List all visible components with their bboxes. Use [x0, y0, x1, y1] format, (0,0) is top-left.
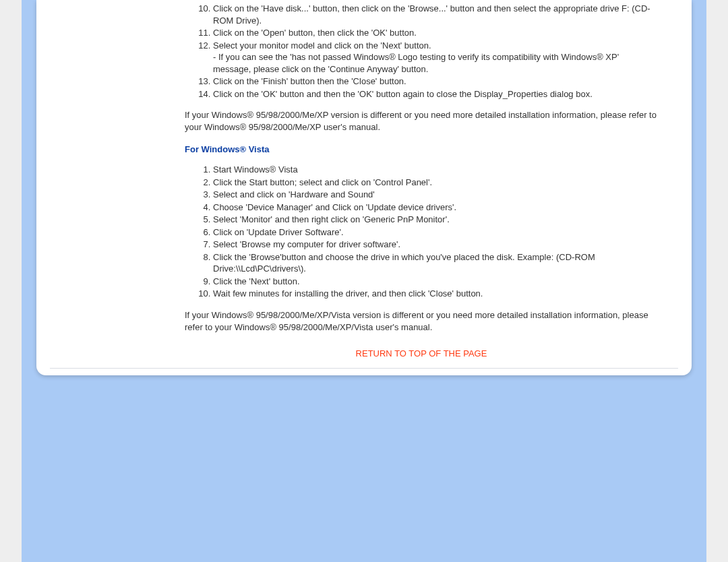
step-item: Select 'Monitor' and then right click on… [213, 214, 658, 226]
xp-footer-paragraph: If your Windows® 95/98/2000/Me/XP versio… [185, 109, 658, 133]
step-item: Click on 'Update Driver Software'. [213, 226, 658, 239]
return-to-top-link[interactable]: RETURN TO TOP OF THE PAGE [356, 348, 487, 358]
vista-footer-paragraph: If your Windows® 95/98/2000/Me/XP/Vista … [185, 309, 658, 333]
step-item: Wait few minutes for installing the driv… [213, 288, 658, 300]
step-item: Select and click on 'Hardware and Sound' [213, 189, 658, 201]
separator [50, 368, 678, 369]
step-item: Click the Start button; select and click… [213, 177, 658, 189]
step-item: Click the 'Next' button. [213, 276, 658, 288]
step-item: Click on the 'Finish' button then the 'C… [213, 75, 658, 88]
vista-steps-list: Start Windows® VistaClick the Start butt… [185, 164, 658, 300]
step-item: Select 'Browse my computer for driver so… [213, 239, 658, 251]
step-item: Click the 'Browse'button and choose the … [213, 251, 658, 275]
step-item: Start Windows® Vista [213, 164, 658, 176]
step-item: Select your monitor model and click on t… [213, 40, 658, 75]
step-item: Choose 'Device Manager' and Click on 'Up… [213, 201, 658, 214]
xp-steps-list: Click on the 'Have disk...' button, then… [185, 3, 658, 100]
return-to-top-container: RETURN TO TOP OF THE PAGE [185, 348, 658, 360]
page-card: Click on the 'Have disk...' button, then… [36, 0, 692, 375]
step-subnote: - If you can see the 'has not passed Win… [213, 51, 658, 75]
step-item: Click on the 'Have disk...' button, then… [213, 3, 658, 26]
step-item: Click on the 'Open' button, then click t… [213, 27, 658, 39]
step-item: Click on the 'OK' button and then the 'O… [213, 88, 658, 100]
document-content: Click on the 'Have disk...' button, then… [185, 0, 658, 360]
vista-heading: For Windows® Vista [185, 144, 658, 156]
